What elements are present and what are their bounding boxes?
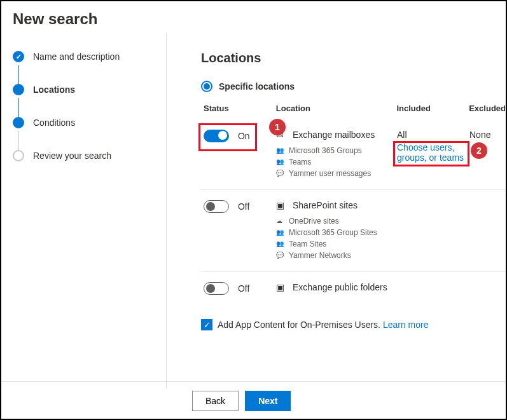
toggle-label: Off [238, 200, 249, 213]
wizard-header: New search [1, 1, 506, 33]
step-label: Review your search [33, 151, 111, 161]
teams-icon: 👥 [276, 238, 285, 250]
location-row-exchange: On ✉ Exchange mailboxes 👥Microsoft 365 G… [201, 119, 506, 190]
step-dot-icon [13, 117, 24, 128]
annotation-badge-1: 1 [269, 119, 286, 135]
back-button[interactable]: Back [192, 391, 239, 411]
learn-more-link[interactable]: Learn more [383, 320, 429, 330]
step-dot-icon [13, 84, 24, 95]
included-value: All [397, 130, 469, 140]
wizard-title: New search [13, 10, 494, 28]
folder-icon: ▣ [276, 282, 286, 292]
group-icon: 👥 [276, 145, 285, 156]
col-included: Included [396, 104, 469, 113]
step-name-description[interactable]: ✓ Name and description [13, 51, 155, 62]
step-locations[interactable]: Locations [13, 84, 155, 95]
col-location: Location [276, 104, 397, 113]
location-title: Exchange public folders [293, 282, 387, 292]
status-toggle-exchange[interactable] [204, 130, 229, 142]
teams-icon: 👥 [276, 156, 285, 168]
radio-label: Specific locations [219, 81, 295, 91]
step-label: Locations [33, 85, 75, 95]
location-row-sharepoint: Off ▣ SharePoint sites ☁OneDrive sites 👥… [201, 190, 506, 272]
group-icon: 👥 [276, 227, 285, 238]
main-panel: Locations Specific locations Status Loca… [167, 33, 506, 389]
location-title: SharePoint sites [293, 200, 358, 210]
wizard-footer: Back Next [1, 381, 506, 411]
yammer-icon: 💬 [276, 250, 285, 261]
annotation-badge-2: 2 [471, 142, 487, 159]
on-prem-checkbox-row: ✓ Add App Content for On-Premises Users.… [201, 319, 506, 330]
location-row-public-folders: Off ▣ Exchange public folders [201, 272, 506, 308]
step-label: Name and description [33, 51, 120, 62]
locations-table-header: Status Location Included Excluded [201, 100, 506, 119]
annotation-box-2 [393, 141, 469, 166]
status-toggle-public-folders[interactable] [204, 282, 229, 295]
content-area: ✓ Name and description Locations Conditi… [1, 33, 506, 389]
checkmark-icon: ✓ [13, 51, 24, 62]
step-dot-icon [13, 150, 24, 161]
status-toggle-sharepoint[interactable] [204, 200, 229, 213]
toggle-label: Off [238, 282, 249, 295]
page-title: Locations [201, 51, 506, 65]
col-status: Status [204, 104, 276, 113]
step-label: Conditions [33, 118, 75, 128]
sharepoint-icon: ▣ [276, 200, 286, 210]
sub-services-list: 👥Microsoft 365 Groups 👥Teams 💬Yammer use… [276, 145, 397, 179]
radio-icon [201, 81, 212, 92]
steps-sidebar: ✓ Name and description Locations Conditi… [1, 33, 167, 389]
next-button[interactable]: Next [245, 391, 291, 411]
step-conditions[interactable]: Conditions [13, 117, 155, 128]
specific-locations-radio[interactable]: Specific locations [201, 81, 506, 92]
step-review[interactable]: Review your search [13, 150, 155, 161]
onedrive-icon: ☁ [276, 215, 285, 227]
yammer-icon: 💬 [276, 168, 285, 179]
location-title: Exchange mailboxes [293, 130, 375, 140]
col-excluded: Excluded [469, 104, 506, 113]
checkbox-label: Add App Content for On-Premises Users. [218, 320, 380, 330]
sub-services-list: ☁OneDrive sites 👥Microsoft 365 Group Sit… [276, 215, 397, 261]
on-prem-checkbox[interactable]: ✓ [201, 319, 212, 330]
